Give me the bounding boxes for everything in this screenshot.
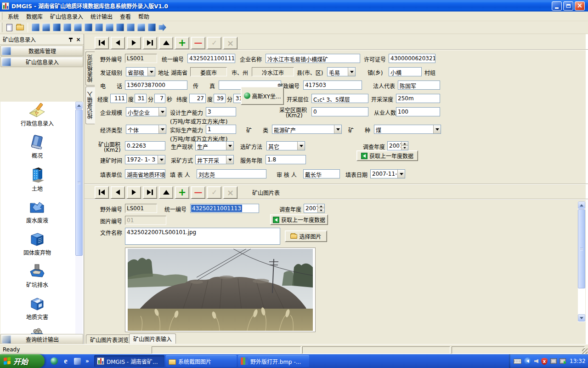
nav-prior-button[interactable] [111, 186, 125, 199]
nav-delete-button[interactable]: — [191, 37, 205, 49]
picture-scroll-thumb[interactable] [578, 209, 585, 288]
sidebar-item-pit-drainage[interactable]: 矿坑排水 [0, 263, 74, 288]
nav-post-button[interactable]: ✓ [207, 37, 221, 49]
security-shield-icon[interactable]: x [541, 358, 548, 365]
nav-insert-button[interactable]: + [175, 37, 189, 49]
menu-database[interactable]: 数据库 [23, 12, 46, 21]
menu-view[interactable]: 查看 [116, 12, 135, 21]
scroll-up-icon[interactable] [578, 201, 585, 209]
chevron-down-icon[interactable] [334, 125, 341, 133]
chevron-down-icon[interactable] [158, 155, 165, 164]
fill-date-dropdown[interactable]: 2007-11-13 [370, 169, 405, 178]
beneficiation-dropdown[interactable]: 其它 [266, 141, 305, 150]
buildings-icon[interactable] [136, 22, 147, 33]
volume-icon[interactable] [534, 359, 538, 363]
solid-waste-icon[interactable] [73, 22, 83, 33]
chevron-down-icon[interactable] [397, 170, 405, 178]
group-database-management[interactable]: 数据库管理 [0, 46, 83, 56]
admin-entry-icon[interactable] [30, 22, 41, 33]
nav-next-button[interactable] [127, 186, 141, 199]
chevron-down-icon[interactable] [433, 125, 441, 133]
pic-unified-no-input[interactable]: 43250211001113 [190, 204, 259, 213]
nav-cancel-button[interactable]: × [223, 186, 237, 199]
new-file-icon[interactable] [4, 22, 15, 33]
sidebar-close-icon[interactable]: × [75, 36, 82, 43]
menu-mine-info-entry[interactable]: 矿山信息录入 [46, 12, 87, 21]
box-icon[interactable] [147, 22, 157, 33]
nav-insert-button[interactable]: + [175, 186, 189, 199]
export-icon[interactable] [157, 22, 168, 33]
build-time-dropdown[interactable]: 1972- 1- 3 [125, 155, 165, 164]
license-input[interactable]: 4300000620321 [389, 54, 435, 63]
nav-top-button[interactable] [159, 37, 173, 49]
postcode-input[interactable]: 417503 [303, 80, 362, 90]
group-query-statistics[interactable]: 查询统计输出 [0, 334, 83, 345]
nav-cancel-button[interactable]: × [223, 37, 237, 49]
actual-capacity-input[interactable]: 1 [206, 125, 236, 134]
economy-type-dropdown[interactable]: 个体 [126, 125, 166, 134]
gauss-xy-button[interactable]: 高斯XY坐... [241, 86, 284, 105]
sidebar-item-overview[interactable]: 概况 [0, 134, 74, 159]
cert-level-dropdown[interactable]: 省部级 [126, 67, 155, 76]
spin-up-icon[interactable] [317, 204, 324, 208]
minimize-button[interactable] [552, 1, 562, 11]
sidebar-item-geo-hazard[interactable]: 地质灾害 [0, 295, 74, 321]
menu-grip[interactable] [1, 12, 2, 20]
tab-picture-table-browse[interactable]: 矿山图片表浏览 [86, 334, 133, 344]
lng-min-input[interactable]: 31 [135, 94, 147, 103]
tab-record-input[interactable]: 按记录输入 [85, 86, 95, 124]
geo-hazard-icon[interactable] [94, 22, 104, 33]
goaf-area-input[interactable]: 0 [311, 107, 368, 116]
start-button[interactable]: 开始 [0, 354, 45, 368]
quicklaunch-ie-icon[interactable]: e [61, 356, 70, 366]
nav-prior-button[interactable] [111, 37, 125, 49]
monitor-play-icon[interactable] [560, 358, 566, 364]
pic-get-previous-year-button[interactable]: 获取上一年度数据 [270, 214, 328, 225]
spin-up-icon[interactable] [401, 142, 408, 146]
scroll-up-icon[interactable] [75, 102, 83, 109]
taskbar-button-dmgis[interactable]: DMGIS - 湖南省矿... [94, 355, 164, 367]
resize-grip[interactable] [582, 348, 588, 354]
land-icon[interactable] [51, 22, 62, 33]
file-name-input[interactable]: 4325022007LS00101.jpg [125, 228, 280, 245]
chevron-down-icon[interactable] [226, 155, 233, 164]
sidebar-item-land[interactable]: 土地 [0, 166, 74, 192]
nav-last-button[interactable] [143, 37, 157, 49]
wastewater-icon[interactable] [62, 22, 73, 33]
get-previous-year-button[interactable]: 获取上一年度数据 [356, 150, 418, 161]
phone-input[interactable]: 13607387000 [125, 80, 187, 90]
workers-input[interactable]: 100 [396, 107, 440, 116]
nav-next-button[interactable] [127, 37, 141, 49]
quicklaunch-mail-icon[interactable] [73, 356, 82, 366]
quicklaunch-messenger-icon[interactable] [50, 356, 59, 366]
language-icon[interactable] [524, 357, 531, 365]
prod-status-dropdown[interactable]: 生产 [195, 141, 234, 150]
chevron-down-icon[interactable] [226, 142, 233, 150]
service-years-input[interactable]: 1.8 [266, 155, 306, 164]
design-capacity-input[interactable]: 3 [206, 107, 236, 116]
pit-drainage-icon[interactable] [83, 22, 94, 33]
mine-kind-dropdown[interactable]: 煤 [374, 125, 441, 134]
open-file-icon[interactable] [15, 22, 25, 33]
choose-picture-button[interactable]: 选择图片 [285, 230, 327, 242]
chevron-down-icon[interactable] [158, 108, 166, 116]
town-input[interactable]: 小横 [389, 67, 422, 76]
taskbar-button-folder[interactable]: 系统截图图片 [166, 355, 237, 367]
scroll-down-icon[interactable] [578, 314, 585, 322]
chevron-down-icon[interactable] [297, 142, 305, 150]
chevron-down-icon[interactable] [147, 68, 155, 76]
unified-no-input[interactable]: 43250211001113 [187, 54, 235, 63]
menu-statistics-output[interactable]: 统计输出 [87, 12, 116, 21]
land-survey-icon[interactable] [104, 22, 115, 33]
pin-icon[interactable] [67, 36, 74, 43]
sidebar-item-admin-entry[interactable]: 行政信息录入 [0, 103, 74, 127]
lat-min-input[interactable]: 39 [214, 94, 226, 103]
toolbar-grip[interactable] [1, 23, 2, 33]
taskbar-button-bmp[interactable]: 野外版打开.bmp -... [238, 355, 309, 367]
tab-table-browse[interactable]: 按表格浏览 [85, 52, 95, 86]
nav-post-button[interactable]: ✓ [207, 186, 221, 199]
restore-button[interactable] [563, 1, 573, 11]
keyboard-icon[interactable] [514, 359, 521, 364]
chevron-down-icon[interactable] [348, 68, 355, 76]
mine-area-input[interactable]: 0.2263 [125, 141, 165, 150]
